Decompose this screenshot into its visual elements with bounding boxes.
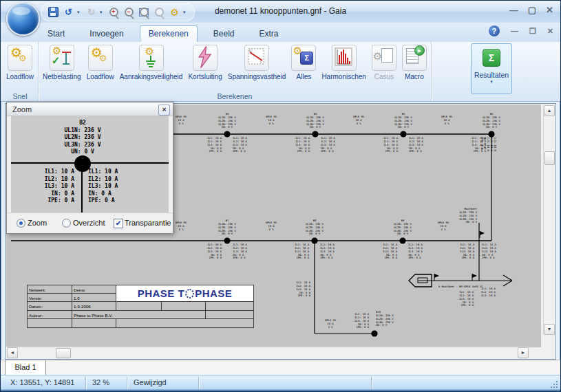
title-block-cell: 1.0 xyxy=(72,293,116,301)
ribbon-button-loadflow[interactable]: ⚙⚙Loadflow xyxy=(3,43,36,89)
diagram-label: IL1: 10 AIL2: 10 AIL3: 10 AIN: 0 AIPE: 0… xyxy=(482,243,496,259)
sheet-tab-row: Blad 1 xyxy=(1,360,560,375)
diagram-node-b5[interactable] xyxy=(400,131,406,137)
title-block-cell xyxy=(205,301,253,310)
diagram-label: IL1: 10 AIL2: 10 AIL3: 10 AIN: 0 AIPE: 0… xyxy=(364,137,399,153)
gears-icon: ⚙⚙ xyxy=(8,45,32,71)
zoom-panel-title: Zoom xyxy=(12,105,32,113)
title-block-cell: Demo xyxy=(72,285,116,293)
logo-o-ring-icon xyxy=(185,289,194,298)
gear-sigma-icon: ⚙Σ xyxy=(291,45,316,71)
ribbon-button-label: Loadflow xyxy=(87,73,114,80)
status-document-state: Gewijzigd xyxy=(134,378,167,386)
diagram-node-b8[interactable] xyxy=(311,237,317,243)
transparantie-checkbox[interactable]: ✔ xyxy=(114,219,123,228)
diagram-label: IL1: 10 AIL2: 10 AIL3: 10 AIN: 0 AIPE: 0… xyxy=(321,137,335,153)
scroll-down-icon[interactable]: ▼ xyxy=(544,324,555,335)
zoom-panel-close-icon[interactable]: ✕ xyxy=(158,105,170,116)
tab-beeld[interactable]: Beeld xyxy=(204,25,244,42)
ribbon-group-berekenen: ⚙✓Netbelasting⚙⚙Loadflow⚙Aanrakingsveili… xyxy=(39,42,432,101)
ribbon-minimize-button[interactable]: — xyxy=(511,27,518,35)
fuse-flag-icon[interactable] xyxy=(434,274,439,278)
scroll-up-icon[interactable]: ▲ xyxy=(544,105,555,116)
horizontal-scrollbar[interactable]: ◄ ► xyxy=(6,347,529,358)
ribbon-button-spanningsvastheid[interactable]: utSpanningsvastheid xyxy=(225,43,289,89)
resize-grip[interactable] xyxy=(550,380,558,389)
tab-berekenen[interactable]: Berekenen xyxy=(140,25,198,42)
diagram-label: IL1: 10 AIL2: 10 AIL3: 10 AIN: 0 AIPE: 0… xyxy=(363,243,398,259)
zoom-radio[interactable] xyxy=(17,219,25,228)
diagram-label: IL1: 10 AIL2: 10 AIL3: 10 AIN: 0 AIPE: 0… xyxy=(233,243,247,259)
ribbon-button-macro[interactable]: ▶Macro xyxy=(399,43,430,89)
horizontal-scroll-thumb[interactable] xyxy=(56,348,71,358)
resultaten-button[interactable]: ΣResultaten▾ xyxy=(471,43,512,94)
diagram-label: GPLK 9510 A3 % xyxy=(426,116,468,125)
chevron-down-icon: ▾ xyxy=(490,79,493,85)
zoom-panel[interactable]: Zoom ✕ B2UL1N: 236 VUL2N: 236 VUL3N: 236… xyxy=(6,102,173,234)
diagram-label: IL1: 10 AIL2: 10 AIL3: 10 AIN: 0 AIPE: 0… xyxy=(320,243,335,259)
close-button[interactable]: ✕ xyxy=(546,5,553,15)
gear-earth-icon: ⚙ xyxy=(139,45,164,71)
group-label-berekenen: Berekenen xyxy=(39,92,431,100)
zoom-panel-view: B2UL1N: 236 VUL2N: 236 VUL3N: 236 VUN: 0… xyxy=(11,116,169,213)
diagram-label: IL1: 10 AIL2: 10 AIL3: 10 A xyxy=(481,287,496,297)
title-block-cell xyxy=(116,318,253,327)
ribbon-button-label: Netbelasting xyxy=(43,73,81,80)
gears-icon: ⚙⚙ xyxy=(88,45,113,71)
ribbon-close-button[interactable]: ✕ xyxy=(547,27,553,36)
scroll-left-icon[interactable]: ◄ xyxy=(7,347,18,358)
fuse-flag-icon[interactable] xyxy=(472,274,477,278)
ribbon-button-aanrakingsveiligheid[interactable]: ⚙Aanrakingsveiligheid xyxy=(117,43,186,89)
diagram-label: B3UL1N: 236 VUL2N: 236 VUL3N: 236 VUN: 0… xyxy=(207,113,248,129)
title-block-cell: Datum: xyxy=(27,301,72,310)
diagram-label: IL1: 10 AIL2: 10 AIL3: 10 AIN: 0 AIPE: 0… xyxy=(276,137,310,153)
ribbon-button-harmonischen[interactable]: Harmonischen xyxy=(319,43,368,89)
window-bottom-border xyxy=(1,389,560,391)
ribbon-restore-button[interactable]: ❐ xyxy=(529,27,536,36)
title-block-cell xyxy=(27,318,72,327)
zoom-panel-controls: Zoom Overzicht ✔ Transparantie xyxy=(7,213,173,233)
sheet-tab-blad1[interactable]: Blad 1 xyxy=(5,360,46,375)
diagram-node-b7[interactable] xyxy=(224,237,230,243)
diagram-label: IL1: 10 AIL2: 10 AIL3: 10 AIN: 0 AIPE: 0… xyxy=(480,137,496,151)
overzicht-radio-label[interactable]: Overzicht xyxy=(73,219,105,227)
help-icon[interactable]: ? xyxy=(489,25,500,36)
zoom-radio-label[interactable]: Zoom xyxy=(28,219,47,227)
diagram-label: GPLK 9510 A3 % xyxy=(251,221,293,231)
volt-chart-icon: ut xyxy=(244,45,269,71)
ribbon-button-loadflow[interactable]: ⚙⚙Loadflow xyxy=(84,43,117,89)
diagram-label: GPLK 9510 A3 % xyxy=(251,116,293,125)
group-label-snel: Snel xyxy=(2,92,38,100)
ribbon-button-alles[interactable]: ⚙ΣAlles xyxy=(288,43,319,89)
maximize-button[interactable]: ▢ xyxy=(528,5,536,15)
tab-start[interactable]: Start xyxy=(39,25,74,42)
diagram-node-b9[interactable] xyxy=(399,237,405,243)
title-bar: ↺▾ ↻▾ + − ⚙ ▾ demonet 11 knooppunten.gnf… xyxy=(1,1,560,23)
minimize-button[interactable]: — xyxy=(509,5,518,15)
diagram-label: IL1: 10 AIL2: 10 AIL3: 10 AIN: 0 AIPE: 0… xyxy=(408,243,423,259)
ribbon-button-netbelasting[interactable]: ⚙✓Netbelasting xyxy=(40,43,84,89)
app-menu-orb[interactable] xyxy=(6,2,40,36)
window-title: demonet 11 knooppunten.gnf - Gaia xyxy=(1,6,560,16)
ribbon-button-kortsluiting[interactable]: Kortsluiting xyxy=(185,43,224,89)
fuse-flag-icon[interactable] xyxy=(480,231,485,235)
diagram-label: B8UL1N: 236 VUL2N: 236 VUL3N: 236 VUN: 0… xyxy=(294,219,336,235)
vertical-scrollbar[interactable]: ▲ ▼ xyxy=(543,105,555,336)
tab-extra[interactable]: Extra xyxy=(250,25,287,42)
title-block-cell: 1-9-2006 xyxy=(72,301,116,310)
tab-invoegen[interactable]: Invoegen xyxy=(81,25,132,42)
diagram-node-b10[interactable] xyxy=(371,330,377,336)
diagram-node-b4[interactable] xyxy=(312,131,318,137)
transparantie-checkbox-label[interactable]: Transparantie xyxy=(125,219,171,227)
scroll-right-icon[interactable]: ► xyxy=(518,347,529,358)
ribbon-button-label: Harmonischen xyxy=(321,73,366,80)
title-block-cell xyxy=(72,318,116,327)
ribbon-button-label: Kortsluiting xyxy=(188,73,222,80)
ribbon: ⚙⚙LoadflowSnel⚙✓Netbelasting⚙⚙Loadflow⚙A… xyxy=(1,42,560,102)
diagram-node-b3[interactable] xyxy=(224,131,230,137)
title-block-cell xyxy=(205,310,253,318)
zoom-panel-titlebar[interactable]: Zoom ✕ xyxy=(7,102,173,116)
overzicht-radio[interactable] xyxy=(62,219,71,228)
vertical-scroll-thumb[interactable] xyxy=(544,151,555,165)
diagram-label: IL1: 10 AIL2: 10 AIL3: 10 AIN: 0 AIPE: 0… xyxy=(233,137,247,153)
